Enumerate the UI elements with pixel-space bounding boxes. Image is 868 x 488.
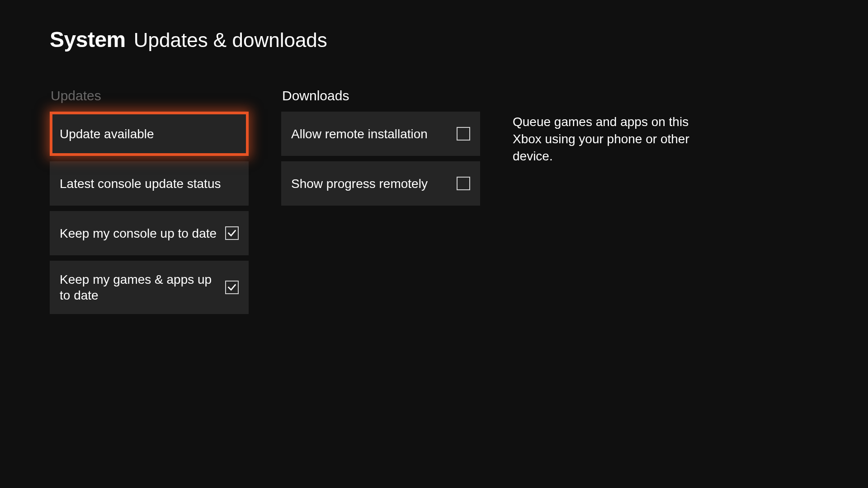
keep-games-apps-up-to-date-toggle[interactable]: Keep my games & apps up to date [50, 261, 249, 314]
checkbox-icon [457, 177, 470, 190]
updates-list: Update available Latest console update s… [50, 112, 249, 314]
downloads-list: Allow remote installation Show progress … [281, 112, 480, 206]
update-available-button[interactable]: Update available [50, 112, 249, 156]
page-title: System [50, 27, 126, 52]
latest-console-update-status-button[interactable]: Latest console update status [50, 161, 249, 206]
tile-label: Latest console update status [60, 176, 239, 192]
tile-label: Allow remote installation [291, 126, 457, 142]
page-header: System Updates & downloads [50, 27, 818, 52]
tile-label: Show progress remotely [291, 176, 457, 192]
keep-console-up-to-date-toggle[interactable]: Keep my console up to date [50, 211, 249, 255]
checkbox-icon [457, 127, 470, 141]
checkbox-icon [225, 281, 239, 294]
tile-label: Keep my console up to date [60, 225, 225, 241]
downloads-section-title: Downloads [281, 88, 480, 103]
info-column: Queue games and apps on this Xbox using … [513, 88, 721, 164]
downloads-column: Downloads Allow remote installation Show… [281, 88, 480, 206]
page-subtitle: Updates & downloads [134, 29, 327, 52]
updates-section-title: Updates [50, 88, 249, 103]
columns: Updates Update available Latest console … [50, 88, 818, 314]
settings-page: System Updates & downloads Updates Updat… [0, 0, 868, 341]
updates-column: Updates Update available Latest console … [50, 88, 249, 314]
checkbox-icon [225, 226, 239, 240]
tile-label: Update available [60, 126, 239, 142]
show-progress-remotely-toggle[interactable]: Show progress remotely [281, 161, 480, 206]
info-text: Queue games and apps on this Xbox using … [513, 113, 721, 164]
tile-label: Keep my games & apps up to date [60, 272, 225, 303]
allow-remote-installation-toggle[interactable]: Allow remote installation [281, 112, 480, 156]
